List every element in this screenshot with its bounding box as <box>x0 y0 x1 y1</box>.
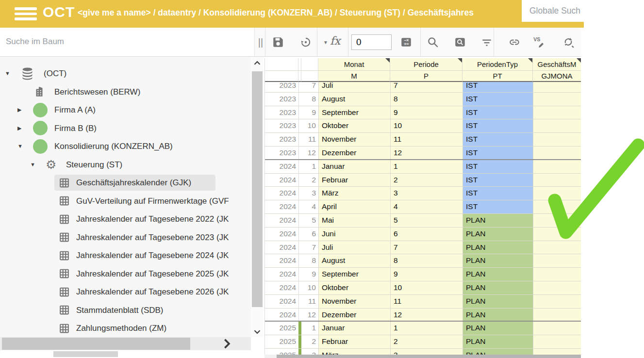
save-button[interactable] <box>272 36 284 49</box>
tree-search-input[interactable] <box>0 33 251 51</box>
cell-periode[interactable]: 1 <box>390 322 462 335</box>
cell-rownum[interactable]: 1 <box>301 322 318 335</box>
cell-monat[interactable]: September <box>318 268 390 281</box>
cell-periodentyp[interactable]: PLAN <box>462 322 533 335</box>
cell-year[interactable]: 2024 <box>265 268 298 281</box>
cell-year[interactable]: 2023 <box>265 106 298 119</box>
cell-rownum[interactable]: 5 <box>301 214 318 227</box>
cell-geschaeftsm[interactable] <box>533 146 581 159</box>
tree-item[interactable]: Jahreskalender auf Tagesebene 2023 (JK <box>0 228 251 246</box>
cell-periodentyp[interactable]: IST <box>462 119 533 132</box>
cell-periode[interactable]: 2 <box>390 335 462 348</box>
cell-periodentyp[interactable]: IST <box>462 146 533 159</box>
cell-monat[interactable]: August <box>318 93 390 106</box>
tree-item[interactable]: Jahreskalender auf Tagesebene 2025 (JK <box>0 265 251 283</box>
cell-geschaeftsm[interactable] <box>533 133 581 146</box>
cell-year[interactable]: 2024 <box>265 200 298 213</box>
cell-geschaeftsm[interactable] <box>533 214 581 227</box>
cell-monat[interactable]: Oktober <box>318 281 390 294</box>
tree-item[interactable]: Jahreskalender auf Tagesebene 2022 (JK <box>0 210 251 228</box>
cell-rownum[interactable]: 2 <box>301 335 318 348</box>
column-header-periodentyp[interactable]: PeriodenTyp <box>462 58 533 71</box>
cell-monat[interactable]: November <box>318 295 390 308</box>
cell-periodentyp[interactable]: IST <box>462 82 533 92</box>
tree-item[interactable]: GuV-Verteilung auf Firmenwerktage (GVF <box>0 192 251 210</box>
cell-periodentyp[interactable]: PLAN <box>462 349 533 355</box>
cell-year[interactable]: 2024 <box>265 241 298 254</box>
column-code-periode[interactable]: P <box>390 71 462 82</box>
cell-periode[interactable]: 5 <box>390 214 462 227</box>
cell-geschaeftsm[interactable] <box>533 241 581 254</box>
cell-periode[interactable]: 6 <box>390 228 462 241</box>
cell-periode[interactable]: 10 <box>390 281 462 294</box>
cell-rownum[interactable]: 3 <box>301 349 318 355</box>
breadcrumb[interactable]: <give me a name> / dataentry / Konsolidi… <box>78 0 517 28</box>
filter-button[interactable] <box>480 36 493 49</box>
cell-geschaeftsm[interactable] <box>533 106 581 119</box>
cell-monat[interactable]: Oktober <box>318 119 390 132</box>
link-button[interactable] <box>508 36 521 49</box>
cell-periodentyp[interactable]: IST <box>462 174 533 187</box>
cell-year[interactable]: 2024 <box>265 187 298 200</box>
cell-monat[interactable]: Juni <box>318 228 390 241</box>
cell-year[interactable]: 2025 <box>265 335 298 348</box>
scroll-up-arrow-icon[interactable] <box>252 58 263 70</box>
cell-geschaeftsm[interactable] <box>533 281 581 294</box>
cell-periode[interactable]: 3 <box>390 187 462 200</box>
cell-periodentyp[interactable]: PLAN <box>462 268 533 281</box>
cell-periode[interactable]: 1 <box>390 160 462 173</box>
tree-expand-arrow-icon[interactable]: ▼ <box>17 137 23 155</box>
search-button[interactable] <box>427 36 439 49</box>
column-code-monat[interactable]: M <box>318 71 390 82</box>
cell-year[interactable]: 2025 <box>265 349 298 355</box>
cell-rownum[interactable]: 8 <box>301 93 318 106</box>
column-header-periode[interactable]: Periode <box>390 58 462 71</box>
global-search-input[interactable] <box>522 0 617 22</box>
tree-expand-arrow-icon[interactable]: ▶ <box>17 101 21 119</box>
vertical-scroll-thumb[interactable] <box>252 71 263 307</box>
cell-periode[interactable]: 11 <box>390 295 462 308</box>
refresh-button[interactable] <box>562 36 575 49</box>
cell-year[interactable]: 2023 <box>265 82 298 92</box>
cell-geschaeftsm[interactable] <box>533 349 581 355</box>
cell-periode[interactable]: 7 <box>390 82 462 92</box>
cell-rownum[interactable]: 7 <box>301 82 318 92</box>
tree-item[interactable]: Geschäftsjahreskalender (GJK) <box>0 174 251 192</box>
cell-geschaeftsm[interactable] <box>533 174 581 187</box>
cell-periodentyp[interactable]: PLAN <box>462 241 533 254</box>
cell-rownum[interactable]: 10 <box>301 281 318 294</box>
tree-item[interactable]: ▶Firma B (B) <box>0 119 251 137</box>
cell-geschaeftsm[interactable] <box>533 200 581 213</box>
cell-geschaeftsm[interactable] <box>533 160 581 173</box>
cell-periodentyp[interactable]: IST <box>462 187 533 200</box>
cell-geschaeftsm[interactable] <box>533 268 581 281</box>
cell-rownum[interactable]: 4 <box>301 200 318 213</box>
cell-rownum[interactable]: 3 <box>301 187 318 200</box>
scroll-down-arrow-icon[interactable] <box>252 326 263 339</box>
cell-year[interactable]: 2024 <box>265 309 298 321</box>
cell-periodentyp[interactable]: PLAN <box>462 309 533 321</box>
cell-rownum[interactable]: 9 <box>301 268 318 281</box>
tree-item[interactable]: Berichtswesen (BERW) <box>0 83 251 101</box>
cell-periodentyp[interactable]: PLAN <box>462 214 533 227</box>
tree-item[interactable]: Jahreskalender auf Tagesebene 2024 (JK <box>0 246 251 264</box>
tree-expand-arrow-icon[interactable]: ▼ <box>30 156 35 174</box>
cell-periodentyp[interactable]: PLAN <box>462 281 533 294</box>
cell-periodentyp[interactable]: IST <box>462 93 533 106</box>
cell-monat[interactable]: Juli <box>318 82 390 92</box>
versions-edit-button[interactable]: VS <box>532 36 545 49</box>
tree-item[interactable]: Stammdatenblatt (SDB) <box>0 301 251 319</box>
cell-year[interactable]: 2024 <box>265 281 298 294</box>
tree-item[interactable]: ▼⚙Steuerung (ST) <box>0 156 251 174</box>
cell-rownum[interactable]: 2 <box>301 174 318 187</box>
cell-year[interactable]: 2024 <box>265 254 298 267</box>
cell-periode[interactable]: 8 <box>390 254 462 267</box>
menu-button[interactable] <box>15 7 37 20</box>
cell-geschaeftsm[interactable] <box>533 119 581 132</box>
cell-year[interactable]: 2023 <box>265 133 298 146</box>
cell-rownum[interactable]: 12 <box>301 309 318 321</box>
cell-geschaeftsm[interactable] <box>533 228 581 241</box>
cell-periodentyp[interactable]: PLAN <box>462 335 533 348</box>
scroll-right-arrow-icon[interactable] <box>219 337 239 350</box>
formula-dropdown-button[interactable]: ▼ fx <box>323 34 348 50</box>
